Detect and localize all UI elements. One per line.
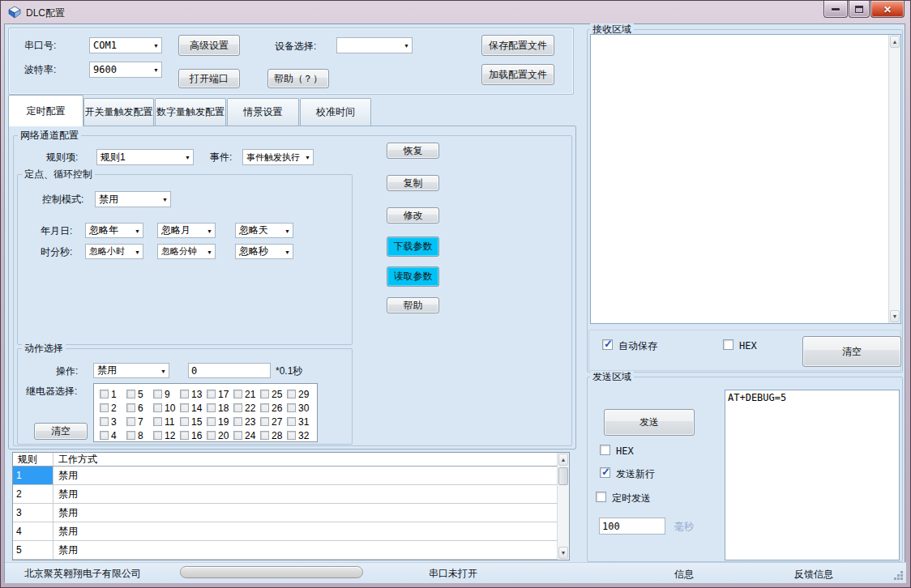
rules-table: 规则工作方式 1禁用2禁用3禁用4禁用5禁用 — [12, 452, 570, 560]
table-cell: 5 — [13, 541, 53, 559]
device-select-combo[interactable] — [336, 37, 413, 53]
feedback-label: 反馈信息 — [794, 569, 833, 580]
close-button[interactable] — [870, 1, 905, 18]
table-cell: 1 — [13, 467, 53, 484]
serial-port-label: 串口号: — [24, 40, 56, 51]
status-bar: 北京聚英翱翔电子有限公司 串口未打开 信息 反馈信息 — [5, 562, 906, 583]
table-scrollbar[interactable] — [557, 453, 569, 560]
receive-textarea[interactable] — [590, 34, 901, 324]
table-cell: 禁用 — [53, 467, 569, 484]
send-group-title: 发送区域 — [590, 371, 634, 382]
interval-input[interactable] — [599, 518, 665, 535]
load-config-button[interactable]: 加载配置文件 — [481, 64, 554, 85]
save-config-button[interactable]: 保存配置文件 — [481, 35, 554, 56]
open-port-button[interactable]: 打开端口 — [178, 69, 240, 88]
minimize-icon — [832, 8, 840, 11]
rules-table-head: 规则工作方式 — [13, 453, 569, 467]
interval-unit-label: 毫秒 — [674, 521, 694, 532]
newline-label: 发送新行 — [616, 468, 655, 479]
window-title: DLC配置 — [26, 6, 65, 20]
send-button[interactable]: 发送 — [604, 409, 695, 436]
recv-hex-checkbox[interactable] — [723, 339, 734, 350]
rules-table-body: 1禁用2禁用3禁用4禁用5禁用 — [13, 467, 569, 560]
close-icon — [883, 2, 892, 16]
serial-port-value: COM1 — [93, 40, 117, 51]
autosave-label: 自动保存 — [618, 340, 657, 352]
baud-rate-label: 波特率: — [24, 64, 56, 75]
scroll-up-icon[interactable] — [890, 36, 900, 48]
title-bar: DLC配置 — [1, 1, 910, 23]
tab-3[interactable]: 数字量触发配置 — [155, 98, 226, 126]
table-row-2[interactable]: 2禁用 — [13, 485, 569, 504]
chevron-down-icon — [153, 67, 159, 73]
tab-1[interactable]: 定时配置 — [8, 95, 83, 126]
table-cell: 4 — [13, 522, 53, 540]
maximize-icon — [855, 6, 863, 13]
app-icon — [8, 6, 21, 19]
receive-scrollbar[interactable] — [888, 35, 900, 323]
tab-2[interactable]: 开关量触发配置 — [83, 98, 154, 126]
serial-port-combo[interactable]: COM1 — [89, 37, 162, 53]
port-status-label: 串口未打开 — [429, 568, 477, 579]
scroll-down-icon[interactable] — [558, 547, 568, 559]
maximize-button[interactable] — [849, 1, 870, 18]
info-label: 信息 — [674, 569, 694, 580]
table-row-1[interactable]: 1禁用 — [13, 467, 569, 485]
chevron-down-icon — [404, 43, 409, 49]
newline-checkbox[interactable] — [600, 467, 610, 478]
timed-send-checkbox[interactable] — [596, 492, 606, 502]
tab-page — [8, 126, 576, 450]
receive-group-title: 接收区域 — [590, 23, 634, 35]
table-row-5[interactable]: 5禁用 — [13, 541, 569, 560]
app-window: DLC配置 串口号: COM1 波特率: 9600 高级设置 打开端口 设备选择… — [0, 0, 911, 588]
tab-4[interactable]: 情景设置 — [227, 98, 299, 126]
table-header-2: 工作方式 — [53, 453, 569, 467]
tab-5[interactable]: 校准时间 — [300, 98, 371, 126]
receive-clear-button[interactable]: 清空 — [802, 336, 901, 367]
company-label: 北京聚英翱翔电子有限公司 — [24, 568, 141, 579]
table-cell: 3 — [13, 504, 53, 522]
baud-rate-value: 9600 — [93, 64, 117, 75]
table-header-1: 规则 — [13, 453, 53, 466]
client-area: 串口号: COM1 波特率: 9600 高级设置 打开端口 设备选择: 帮助（？… — [4, 23, 905, 582]
help-button[interactable]: 帮助（？） — [267, 69, 329, 88]
advanced-settings-button[interactable]: 高级设置 — [178, 35, 240, 56]
table-row-3[interactable]: 3禁用 — [13, 504, 569, 522]
scroll-down-icon[interactable] — [890, 310, 900, 322]
autosave-checkbox[interactable] — [602, 339, 613, 350]
table-cell: 禁用 — [53, 522, 569, 540]
device-select-label: 设备选择: — [275, 40, 316, 52]
table-cell: 禁用 — [53, 485, 569, 503]
table-cell: 2 — [13, 485, 53, 503]
send-hex-checkbox[interactable] — [600, 445, 610, 455]
progress-bar — [180, 566, 363, 578]
chevron-down-icon — [153, 43, 159, 49]
resize-grip-icon[interactable] — [894, 571, 903, 580]
send-textarea[interactable]: AT+DEBUG=5 — [725, 390, 900, 560]
minimize-button[interactable] — [823, 1, 848, 18]
baud-rate-combo[interactable]: 9600 — [89, 62, 162, 78]
table-cell: 禁用 — [53, 541, 569, 559]
table-row-4[interactable]: 4禁用 — [13, 522, 569, 541]
timed-send-label: 定时发送 — [612, 492, 651, 504]
recv-hex-label: HEX — [739, 340, 757, 352]
scroll-up-icon[interactable] — [558, 454, 568, 466]
table-cell: 禁用 — [53, 504, 569, 522]
scrollbar-thumb[interactable] — [558, 467, 568, 485]
send-hex-label: HEX — [616, 445, 634, 457]
